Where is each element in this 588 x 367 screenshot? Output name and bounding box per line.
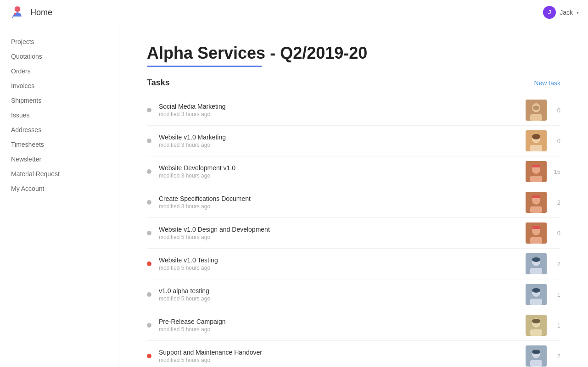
- task-count: 2: [547, 199, 560, 206]
- task-info: Create Specifications Document modified …: [159, 195, 526, 210]
- task-modified: modified 3 hours ago: [159, 142, 526, 148]
- task-item[interactable]: Social Media Marketing modified 3 hours …: [147, 95, 560, 126]
- new-task-button[interactable]: New task: [534, 79, 560, 87]
- svg-rect-21: [532, 226, 540, 229]
- task-modified: modified 3 hours ago: [159, 203, 526, 210]
- sidebar-item-quotations[interactable]: Quotations: [0, 49, 119, 64]
- task-avatar: [526, 284, 547, 305]
- task-count: 0: [547, 230, 560, 237]
- task-name: Website v1.0 Testing: [159, 256, 526, 264]
- sidebar-item-issues[interactable]: Issues: [0, 108, 119, 122]
- task-list: Social Media Marketing modified 3 hours …: [147, 95, 560, 367]
- svg-rect-32: [530, 329, 542, 336]
- task-count: 1: [547, 291, 560, 298]
- sidebar-item-material-request[interactable]: Material Request: [0, 167, 119, 181]
- sidebar-item-projects[interactable]: Projects: [0, 34, 119, 49]
- svg-rect-8: [530, 145, 542, 151]
- sidebar-item-orders[interactable]: Orders: [0, 64, 119, 78]
- sidebar-item-my-account[interactable]: My Account: [0, 181, 119, 196]
- task-info: Website v1.0 Design and Development modi…: [159, 226, 526, 240]
- task-item[interactable]: Pre-Release Campaign modified 5 hours ag…: [147, 310, 560, 341]
- svg-point-25: [532, 257, 540, 262]
- task-count: 1: [547, 322, 560, 329]
- svg-rect-4: [530, 114, 542, 121]
- task-info: Social Media Marketing modified 3 hours …: [159, 103, 526, 117]
- task-status-dot: [147, 261, 151, 266]
- task-item[interactable]: Create Specifications Document modified …: [147, 187, 560, 218]
- user-dropdown-icon[interactable]: ▾: [577, 10, 579, 15]
- svg-point-5: [533, 106, 539, 110]
- task-name: Website Development v1.0: [159, 164, 526, 172]
- task-avatar: [526, 161, 547, 182]
- task-name: Pre-Release Campaign: [159, 318, 526, 325]
- task-item[interactable]: Website Development v1.0 modified 3 hour…: [147, 156, 560, 187]
- task-name: v1.0 alpha testing: [159, 287, 526, 295]
- svg-point-9: [532, 134, 540, 139]
- main-layout: Projects Quotations Orders Invoices Ship…: [0, 25, 588, 367]
- svg-rect-17: [532, 195, 540, 198]
- page-title: Alpha Services - Q2/2019-20: [147, 44, 560, 63]
- task-name: Website v1.0 Design and Development: [159, 226, 526, 233]
- task-info: Support and Maintenance Handover modifie…: [159, 349, 526, 363]
- task-item[interactable]: v1.0 alpha testing modified 5 hours ago …: [147, 279, 560, 310]
- app-title: Home: [30, 8, 52, 17]
- task-modified: modified 3 hours ago: [159, 111, 526, 117]
- task-status-dot: [147, 354, 151, 358]
- task-status-dot: [147, 108, 151, 112]
- task-avatar: [526, 253, 547, 274]
- task-name: Support and Maintenance Handover: [159, 349, 526, 356]
- task-count: 15: [547, 168, 560, 175]
- task-info: Website Development v1.0 modified 3 hour…: [159, 164, 526, 179]
- sidebar-item-timesheets[interactable]: Timesheets: [0, 137, 119, 152]
- task-avatar: [526, 345, 547, 367]
- sidebar-item-newsletter[interactable]: Newsletter: [0, 152, 119, 167]
- task-item[interactable]: Support and Maintenance Handover modifie…: [147, 341, 560, 367]
- task-item[interactable]: Website v1.0 Marketing modified 3 hours …: [147, 126, 560, 156]
- app-logo: [9, 4, 26, 21]
- task-status-dot: [147, 323, 151, 328]
- task-item[interactable]: Website v1.0 Testing modified 5 hours ag…: [147, 249, 560, 279]
- nav-right: J Jack ▾: [543, 6, 579, 19]
- sidebar-item-invoices[interactable]: Invoices: [0, 78, 119, 93]
- svg-rect-28: [530, 299, 542, 305]
- svg-point-37: [532, 350, 540, 354]
- svg-rect-36: [530, 360, 542, 367]
- tasks-section-header: Tasks New task: [147, 78, 560, 88]
- task-item[interactable]: Website v1.0 Design and Development modi…: [147, 218, 560, 249]
- svg-point-29: [532, 288, 540, 293]
- sidebar-item-addresses[interactable]: Addresses: [0, 122, 119, 137]
- task-name: Create Specifications Document: [159, 195, 526, 202]
- title-underline: [147, 66, 262, 67]
- task-info: Website v1.0 Testing modified 5 hours ag…: [159, 256, 526, 271]
- svg-rect-13: [532, 165, 540, 167]
- main-content: Alpha Services - Q2/2019-20 Tasks New ta…: [119, 25, 588, 367]
- sidebar: Projects Quotations Orders Invoices Ship…: [0, 25, 119, 367]
- task-info: v1.0 alpha testing modified 5 hours ago: [159, 287, 526, 302]
- task-count: 0: [547, 107, 560, 114]
- task-avatar: [526, 100, 547, 121]
- svg-rect-16: [530, 206, 542, 213]
- task-avatar: [526, 315, 547, 336]
- sidebar-item-shipments[interactable]: Shipments: [0, 93, 119, 108]
- task-modified: modified 5 hours ago: [159, 357, 526, 363]
- section-title: Tasks: [147, 78, 170, 88]
- task-avatar: [526, 192, 547, 213]
- task-modified: modified 5 hours ago: [159, 326, 526, 333]
- user-avatar: J: [543, 6, 556, 19]
- user-name: Jack: [560, 9, 573, 16]
- task-info: Website v1.0 Marketing modified 3 hours …: [159, 133, 526, 148]
- task-count: 2: [547, 353, 560, 360]
- task-modified: modified 5 hours ago: [159, 234, 526, 240]
- task-status-dot: [147, 292, 151, 297]
- task-info: Pre-Release Campaign modified 5 hours ag…: [159, 318, 526, 333]
- top-nav: Home J Jack ▾: [0, 0, 588, 25]
- task-count: 0: [547, 138, 560, 145]
- task-name: Website v1.0 Marketing: [159, 133, 526, 141]
- task-avatar: [526, 130, 547, 151]
- task-status-dot: [147, 231, 151, 235]
- task-status-dot: [147, 200, 151, 205]
- task-name: Social Media Marketing: [159, 103, 526, 110]
- svg-rect-20: [530, 237, 542, 244]
- nav-left: Home: [9, 4, 52, 21]
- svg-point-0: [15, 6, 20, 12]
